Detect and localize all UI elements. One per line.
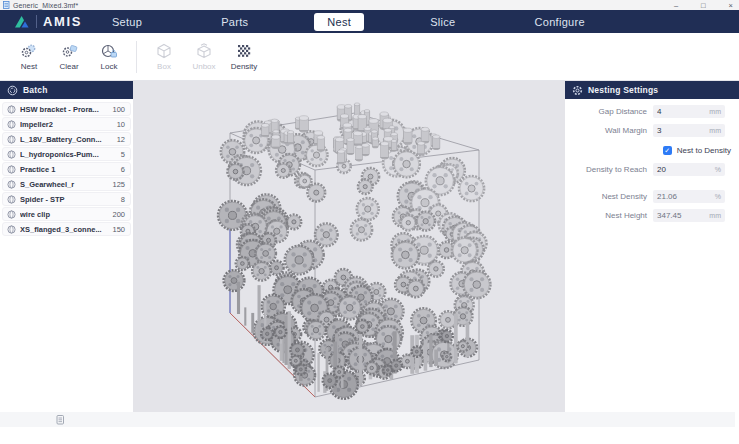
batch-item-row[interactable]: HSW bracket - Prora... 100 bbox=[2, 102, 131, 116]
batch-item-qty: 6 bbox=[121, 165, 125, 174]
batch-panel-header: Batch bbox=[0, 81, 133, 99]
nest-density-label: Nest Density bbox=[565, 192, 653, 201]
nest-button[interactable]: Nest bbox=[10, 37, 48, 77]
clear-gears-icon bbox=[60, 43, 78, 59]
part-sphere-icon bbox=[7, 105, 16, 114]
tab-setup[interactable]: Setup bbox=[112, 16, 142, 28]
wall-margin-unit: mm bbox=[709, 127, 721, 134]
part-sphere-icon bbox=[7, 135, 16, 144]
nest-density-value bbox=[653, 192, 701, 201]
batch-item-qty: 8 bbox=[121, 195, 125, 204]
gap-distance-input[interactable] bbox=[653, 107, 701, 116]
part-sphere-icon bbox=[7, 225, 16, 234]
batch-item-row[interactable]: S_Gearwheel_r 125 bbox=[2, 177, 131, 191]
log-list-icon[interactable] bbox=[56, 415, 65, 425]
wall-margin-input[interactable] bbox=[653, 126, 701, 135]
gap-distance-field: mm bbox=[653, 105, 725, 118]
nav-tabs: Setup Parts Nest Slice Configure bbox=[112, 13, 585, 31]
batch-panel-title: Batch bbox=[23, 85, 48, 95]
status-bar bbox=[0, 412, 735, 427]
batch-item-qty: 5 bbox=[121, 150, 125, 159]
nest-gears-icon bbox=[20, 43, 38, 59]
brand-name: AMIS bbox=[43, 14, 82, 29]
tab-parts[interactable]: Parts bbox=[221, 16, 248, 28]
density-to-reach-field: % bbox=[653, 163, 725, 176]
nest-density-unit: % bbox=[715, 193, 721, 200]
nesting-settings-header: Nesting Settings bbox=[565, 81, 739, 99]
app-window: Generic_Mixed.3mf* – □ × AMIS Setup Part… bbox=[0, 0, 739, 444]
main-navbar: AMIS Setup Parts Nest Slice Configure bbox=[0, 10, 739, 33]
3d-viewport[interactable] bbox=[133, 81, 565, 412]
batch-item-row[interactable]: L_hydroponics-Pum... 5 bbox=[2, 147, 131, 161]
batch-item-name: S_Gearwheel_r bbox=[20, 180, 108, 189]
batch-item-qty: 125 bbox=[112, 180, 125, 189]
batch-panel: Batch HSW bracket - Prora... 100 Impelle… bbox=[0, 81, 133, 412]
batch-item-qty: 150 bbox=[112, 225, 125, 234]
density-button[interactable]: Density bbox=[225, 37, 263, 77]
maximize-button[interactable]: □ bbox=[701, 1, 706, 10]
unbox-cube-icon bbox=[196, 43, 212, 59]
batch-icon bbox=[7, 85, 18, 96]
nest-3d-scene bbox=[133, 81, 565, 412]
brand: AMIS bbox=[14, 14, 82, 29]
part-sphere-icon bbox=[7, 165, 16, 174]
batch-item-row[interactable]: XS_flanged_3_conne... 150 bbox=[2, 222, 131, 236]
main-content: Batch HSW bracket - Prora... 100 Impelle… bbox=[0, 81, 739, 412]
nesting-settings-panel: Nesting Settings Gap Distance mm Wall Ma… bbox=[565, 81, 739, 412]
batch-item-qty: 10 bbox=[117, 120, 125, 129]
nest-to-density-checkbox[interactable]: ✓ bbox=[663, 146, 672, 155]
nest-density-field: % bbox=[653, 190, 725, 203]
part-sphere-icon bbox=[7, 195, 16, 204]
nesting-settings-title: Nesting Settings bbox=[588, 85, 658, 95]
batch-item-row[interactable]: Practice 1 6 bbox=[2, 162, 131, 176]
batch-item-name: Practice 1 bbox=[20, 165, 117, 174]
gear-icon bbox=[572, 85, 583, 96]
tab-nest[interactable]: Nest bbox=[314, 13, 364, 31]
batch-item-row[interactable]: Impeller2 10 bbox=[2, 117, 131, 131]
tab-configure[interactable]: Configure bbox=[535, 16, 585, 28]
batch-item-name: wire clip bbox=[20, 210, 108, 219]
document-icon bbox=[3, 1, 10, 9]
density-to-reach-input[interactable] bbox=[653, 165, 701, 174]
box-cube-icon bbox=[156, 43, 172, 59]
toolbar-divider bbox=[136, 41, 137, 73]
brand-divider bbox=[36, 15, 37, 28]
wall-margin-label: Wall Margin bbox=[565, 126, 653, 135]
close-button[interactable]: × bbox=[729, 1, 733, 10]
batch-item-qty: 12 bbox=[117, 135, 125, 144]
batch-item-row[interactable]: Spider - STP 8 bbox=[2, 192, 131, 206]
tab-slice[interactable]: Slice bbox=[430, 16, 455, 28]
nest-height-label: Nest Height bbox=[565, 211, 653, 220]
unbox-button[interactable]: Unbox bbox=[185, 37, 223, 77]
density-button-label: Density bbox=[231, 62, 258, 71]
amis-logo-icon bbox=[14, 15, 30, 29]
batch-item-name: Impeller2 bbox=[20, 120, 113, 129]
toolbar: Nest Clear Lock Box bbox=[0, 33, 739, 81]
part-sphere-icon bbox=[7, 150, 16, 159]
lock-button[interactable]: Lock bbox=[90, 37, 128, 77]
batch-item-name: HSW bracket - Prora... bbox=[20, 105, 108, 114]
nest-height-value bbox=[653, 211, 701, 220]
unbox-button-label: Unbox bbox=[192, 62, 215, 71]
batch-item-qty: 100 bbox=[112, 105, 125, 114]
nest-button-label: Nest bbox=[21, 62, 37, 71]
batch-item-qty: 200 bbox=[112, 210, 125, 219]
batch-item-row[interactable]: wire clip 200 bbox=[2, 207, 131, 221]
nest-height-unit: mm bbox=[709, 212, 721, 219]
nesting-settings-form: Gap Distance mm Wall Margin mm ✓ Nest to bbox=[565, 99, 739, 222]
gap-distance-unit: mm bbox=[709, 108, 721, 115]
part-sphere-icon bbox=[7, 120, 16, 129]
nest-to-density-label: Nest to Density bbox=[677, 146, 731, 155]
batch-item-name: Spider - STP bbox=[20, 195, 117, 204]
box-button-label: Box bbox=[157, 62, 171, 71]
clear-button-label: Clear bbox=[59, 62, 78, 71]
minimize-button[interactable]: – bbox=[674, 1, 678, 10]
box-button[interactable]: Box bbox=[145, 37, 183, 77]
wall-margin-field: mm bbox=[653, 124, 725, 137]
batch-item-name: XS_flanged_3_conne... bbox=[20, 225, 108, 234]
density-to-reach-label: Density to Reach bbox=[565, 165, 653, 174]
density-to-reach-unit: % bbox=[715, 166, 721, 173]
clear-button[interactable]: Clear bbox=[50, 37, 88, 77]
batch-item-name: L_hydroponics-Pum... bbox=[20, 150, 117, 159]
batch-item-row[interactable]: L_18V_Battery_Conn... 12 bbox=[2, 132, 131, 146]
